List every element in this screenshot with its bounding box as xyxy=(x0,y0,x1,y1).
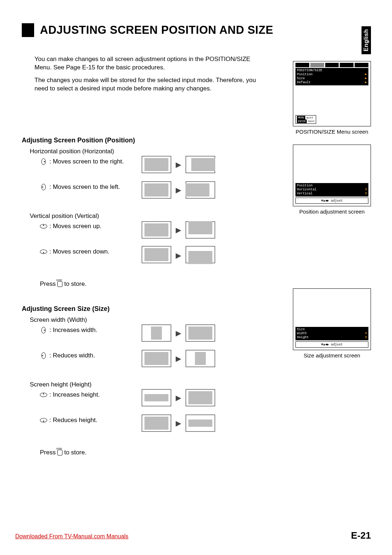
inc-height-row: : Increases height. ▶ xyxy=(40,390,370,416)
osd-hint: ▼▲◀▶ adjust xyxy=(295,341,368,348)
diagram-move-left: ▶ xyxy=(142,181,215,199)
down-icon xyxy=(40,249,47,254)
svg-rect-11 xyxy=(188,221,212,234)
title-block xyxy=(22,23,34,37)
arrow-icon: ▶ xyxy=(176,251,181,260)
enter-icon xyxy=(57,450,62,455)
press-label: Press xyxy=(40,280,56,287)
left-icon xyxy=(40,185,47,190)
osd-item: Size xyxy=(297,77,305,81)
inc-width-label: : Increases width. xyxy=(49,326,97,335)
right-icon xyxy=(40,159,47,164)
osd-item-value: 0 xyxy=(365,332,367,336)
osd-title: Size xyxy=(297,328,305,332)
title-bar: ADJUSTING SCREEN POSITION AND SIZE xyxy=(22,23,370,37)
up-icon xyxy=(40,392,47,397)
osd-title: POSITION/SIZE xyxy=(297,69,322,73)
arrow-icon: ▶ xyxy=(176,419,181,428)
osd-item: Height xyxy=(297,336,309,340)
svg-rect-5 xyxy=(144,183,168,197)
press-label: Press xyxy=(40,449,56,456)
arrow-icon: ▶ xyxy=(176,226,181,234)
position-screen-caption: Position adjustment screen xyxy=(293,208,371,215)
svg-rect-27 xyxy=(188,391,212,404)
size-screen-caption: Size adjustment screen xyxy=(293,352,371,358)
right-icon xyxy=(40,328,47,333)
dec-height-label: : Reduces height. xyxy=(49,416,97,425)
move-left-label: : Moves screen to the left. xyxy=(49,183,120,191)
diagram-dec-height: ▶ xyxy=(142,414,215,432)
diagram-inc-height: ▶ xyxy=(142,389,215,406)
svg-rect-17 xyxy=(151,327,162,340)
intro-p2: The changes you make will be stored for … xyxy=(34,76,265,93)
up-icon xyxy=(40,224,47,229)
size-screen: Size Width0 Height0 ▼▲◀▶ adjust Size adj… xyxy=(293,288,371,358)
position-heading: Adjusting Screen Position (Position) xyxy=(22,137,370,144)
position-screen: Position Horizontal0 Vertical0 ▼▲◀▶ adju… xyxy=(293,145,371,215)
move-up-row: : Moves screen up. ▶ xyxy=(40,222,370,247)
inc-height-label: : Increases height. xyxy=(49,390,100,399)
osd-item-value: ▶ xyxy=(365,81,367,85)
diagram-inc-width: ▶ xyxy=(142,324,215,342)
osd-item-value: 0 xyxy=(365,192,367,196)
svg-rect-1 xyxy=(144,158,168,171)
osd-item-value: 0 xyxy=(365,336,367,340)
svg-rect-9 xyxy=(144,223,168,236)
osd-item: Default xyxy=(297,81,311,85)
svg-rect-29 xyxy=(144,417,168,430)
osd-item-value: ▶ xyxy=(365,73,367,77)
language-tab: English xyxy=(362,26,371,54)
press-store-size: Press to store. xyxy=(40,449,370,456)
enter-icon xyxy=(57,281,62,287)
move-down-label: : Moves screen down. xyxy=(49,247,109,256)
arrow-icon: ▶ xyxy=(176,393,181,402)
dec-width-label: : Reduces width. xyxy=(49,351,95,360)
height-label: Screen height (Height) xyxy=(30,381,370,388)
osd-item: Horizontal xyxy=(297,188,317,192)
arrow-icon: ▶ xyxy=(176,329,181,337)
osd-tabs xyxy=(295,63,368,67)
move-up-label: : Moves screen up. xyxy=(49,222,102,231)
svg-rect-19 xyxy=(188,327,212,340)
page-number: E-21 xyxy=(351,530,371,541)
svg-rect-7 xyxy=(185,183,209,197)
osd-item: Vertical xyxy=(297,192,313,196)
arrow-icon: ▶ xyxy=(176,186,181,194)
download-link[interactable]: Downloaded From TV-Manual.com Manuals xyxy=(15,533,128,540)
osd-item: Position xyxy=(297,73,313,77)
svg-rect-21 xyxy=(144,352,168,365)
diagram-dec-width: ▶ xyxy=(142,350,215,367)
osd-footer: MENUquit ENTERnext xyxy=(295,115,316,124)
diagram-move-right: ▶ xyxy=(142,156,215,173)
intro-p1: You can make changes to all screen adjus… xyxy=(34,55,265,72)
arrow-icon: ▶ xyxy=(176,160,181,169)
svg-rect-13 xyxy=(144,248,168,261)
left-icon xyxy=(40,353,47,358)
svg-rect-15 xyxy=(188,251,212,264)
dec-height-row: : Reduces height. ▶ xyxy=(40,416,370,441)
osd-item-value: ▶ xyxy=(365,77,367,81)
store-label: to store. xyxy=(64,280,86,287)
diagram-move-up: ▶ xyxy=(142,220,215,239)
press-store-position: Press to store. xyxy=(40,280,370,288)
osd-hint: ▼▲◀▶ adjust xyxy=(295,198,368,204)
osd-item: Width xyxy=(297,332,307,336)
move-right-label: : Moves screen to the right. xyxy=(49,157,124,166)
diagram-move-down: ▶ xyxy=(142,246,215,265)
page-title: ADJUSTING SCREEN POSITION AND SIZE xyxy=(40,23,273,37)
svg-rect-23 xyxy=(195,352,206,365)
store-label: to store. xyxy=(64,449,86,456)
page: ADJUSTING SCREEN POSITION AND SIZE Engli… xyxy=(0,0,392,555)
down-icon xyxy=(40,418,47,423)
svg-rect-31 xyxy=(188,420,212,427)
intro-text: You can make changes to all screen adjus… xyxy=(34,55,265,93)
menu-screen-caption: POSITION/SIZE Menu screen xyxy=(293,129,371,135)
svg-rect-3 xyxy=(191,158,215,171)
svg-rect-25 xyxy=(144,394,168,401)
move-down-row: : Moves screen down. ▶ xyxy=(40,247,370,273)
osd-item-value: 0 xyxy=(365,188,367,192)
arrow-icon: ▶ xyxy=(176,354,181,363)
osd-title: Position xyxy=(297,184,313,188)
menu-screen: POSITION/SIZE Position▶ Size▶ Default▶ M… xyxy=(293,61,371,135)
